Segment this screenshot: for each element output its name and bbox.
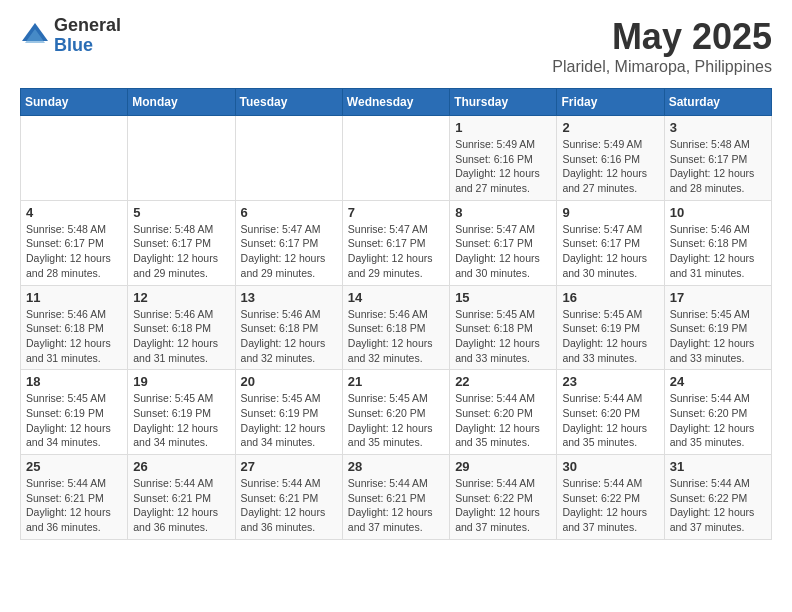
- calendar-cell: 23Sunrise: 5:44 AM Sunset: 6:20 PM Dayli…: [557, 370, 664, 455]
- day-number: 21: [348, 374, 444, 389]
- calendar-cell: 26Sunrise: 5:44 AM Sunset: 6:21 PM Dayli…: [128, 455, 235, 540]
- day-number: 4: [26, 205, 122, 220]
- calendar-cell: 17Sunrise: 5:45 AM Sunset: 6:19 PM Dayli…: [664, 285, 771, 370]
- calendar-cell: [21, 116, 128, 201]
- day-number: 15: [455, 290, 551, 305]
- day-number: 19: [133, 374, 229, 389]
- day-number: 11: [26, 290, 122, 305]
- weekday-header-wednesday: Wednesday: [342, 89, 449, 116]
- calendar-cell: 9Sunrise: 5:47 AM Sunset: 6:17 PM Daylig…: [557, 200, 664, 285]
- day-info: Sunrise: 5:45 AM Sunset: 6:19 PM Dayligh…: [562, 307, 658, 366]
- day-info: Sunrise: 5:45 AM Sunset: 6:18 PM Dayligh…: [455, 307, 551, 366]
- day-number: 20: [241, 374, 337, 389]
- calendar-week-2: 11Sunrise: 5:46 AM Sunset: 6:18 PM Dayli…: [21, 285, 772, 370]
- subtitle: Plaridel, Mimaropa, Philippines: [552, 58, 772, 76]
- day-info: Sunrise: 5:44 AM Sunset: 6:20 PM Dayligh…: [562, 391, 658, 450]
- day-number: 10: [670, 205, 766, 220]
- calendar-cell: 14Sunrise: 5:46 AM Sunset: 6:18 PM Dayli…: [342, 285, 449, 370]
- day-info: Sunrise: 5:44 AM Sunset: 6:21 PM Dayligh…: [241, 476, 337, 535]
- calendar-cell: 15Sunrise: 5:45 AM Sunset: 6:18 PM Dayli…: [450, 285, 557, 370]
- day-number: 13: [241, 290, 337, 305]
- day-info: Sunrise: 5:48 AM Sunset: 6:17 PM Dayligh…: [133, 222, 229, 281]
- day-number: 8: [455, 205, 551, 220]
- day-info: Sunrise: 5:46 AM Sunset: 6:18 PM Dayligh…: [670, 222, 766, 281]
- day-number: 29: [455, 459, 551, 474]
- logo-general-text: General: [54, 16, 121, 36]
- calendar-cell: 12Sunrise: 5:46 AM Sunset: 6:18 PM Dayli…: [128, 285, 235, 370]
- day-number: 30: [562, 459, 658, 474]
- day-info: Sunrise: 5:46 AM Sunset: 6:18 PM Dayligh…: [26, 307, 122, 366]
- day-info: Sunrise: 5:44 AM Sunset: 6:21 PM Dayligh…: [348, 476, 444, 535]
- day-number: 28: [348, 459, 444, 474]
- calendar-cell: [342, 116, 449, 201]
- weekday-header-saturday: Saturday: [664, 89, 771, 116]
- day-number: 3: [670, 120, 766, 135]
- calendar-cell: 18Sunrise: 5:45 AM Sunset: 6:19 PM Dayli…: [21, 370, 128, 455]
- day-info: Sunrise: 5:45 AM Sunset: 6:19 PM Dayligh…: [670, 307, 766, 366]
- day-info: Sunrise: 5:44 AM Sunset: 6:21 PM Dayligh…: [26, 476, 122, 535]
- day-info: Sunrise: 5:45 AM Sunset: 6:19 PM Dayligh…: [133, 391, 229, 450]
- calendar-table: SundayMondayTuesdayWednesdayThursdayFrid…: [20, 88, 772, 540]
- calendar-week-3: 18Sunrise: 5:45 AM Sunset: 6:19 PM Dayli…: [21, 370, 772, 455]
- calendar-cell: 30Sunrise: 5:44 AM Sunset: 6:22 PM Dayli…: [557, 455, 664, 540]
- logo-blue-text: Blue: [54, 36, 121, 56]
- calendar-cell: 21Sunrise: 5:45 AM Sunset: 6:20 PM Dayli…: [342, 370, 449, 455]
- calendar-body: 1Sunrise: 5:49 AM Sunset: 6:16 PM Daylig…: [21, 116, 772, 540]
- day-info: Sunrise: 5:45 AM Sunset: 6:19 PM Dayligh…: [26, 391, 122, 450]
- day-number: 7: [348, 205, 444, 220]
- calendar-cell: 20Sunrise: 5:45 AM Sunset: 6:19 PM Dayli…: [235, 370, 342, 455]
- calendar-cell: 1Sunrise: 5:49 AM Sunset: 6:16 PM Daylig…: [450, 116, 557, 201]
- day-info: Sunrise: 5:45 AM Sunset: 6:20 PM Dayligh…: [348, 391, 444, 450]
- calendar-week-0: 1Sunrise: 5:49 AM Sunset: 6:16 PM Daylig…: [21, 116, 772, 201]
- calendar-cell: 31Sunrise: 5:44 AM Sunset: 6:22 PM Dayli…: [664, 455, 771, 540]
- day-number: 16: [562, 290, 658, 305]
- day-number: 23: [562, 374, 658, 389]
- calendar-cell: 8Sunrise: 5:47 AM Sunset: 6:17 PM Daylig…: [450, 200, 557, 285]
- day-info: Sunrise: 5:44 AM Sunset: 6:22 PM Dayligh…: [670, 476, 766, 535]
- day-info: Sunrise: 5:48 AM Sunset: 6:17 PM Dayligh…: [26, 222, 122, 281]
- calendar-cell: 29Sunrise: 5:44 AM Sunset: 6:22 PM Dayli…: [450, 455, 557, 540]
- weekday-header-thursday: Thursday: [450, 89, 557, 116]
- calendar-cell: 22Sunrise: 5:44 AM Sunset: 6:20 PM Dayli…: [450, 370, 557, 455]
- day-number: 6: [241, 205, 337, 220]
- day-info: Sunrise: 5:44 AM Sunset: 6:22 PM Dayligh…: [562, 476, 658, 535]
- calendar-cell: 7Sunrise: 5:47 AM Sunset: 6:17 PM Daylig…: [342, 200, 449, 285]
- day-number: 14: [348, 290, 444, 305]
- calendar-cell: 5Sunrise: 5:48 AM Sunset: 6:17 PM Daylig…: [128, 200, 235, 285]
- weekday-row: SundayMondayTuesdayWednesdayThursdayFrid…: [21, 89, 772, 116]
- day-info: Sunrise: 5:47 AM Sunset: 6:17 PM Dayligh…: [241, 222, 337, 281]
- calendar-cell: 11Sunrise: 5:46 AM Sunset: 6:18 PM Dayli…: [21, 285, 128, 370]
- calendar-cell: 16Sunrise: 5:45 AM Sunset: 6:19 PM Dayli…: [557, 285, 664, 370]
- calendar-cell: 3Sunrise: 5:48 AM Sunset: 6:17 PM Daylig…: [664, 116, 771, 201]
- calendar-cell: 28Sunrise: 5:44 AM Sunset: 6:21 PM Dayli…: [342, 455, 449, 540]
- calendar-week-4: 25Sunrise: 5:44 AM Sunset: 6:21 PM Dayli…: [21, 455, 772, 540]
- day-info: Sunrise: 5:48 AM Sunset: 6:17 PM Dayligh…: [670, 137, 766, 196]
- day-number: 2: [562, 120, 658, 135]
- weekday-header-friday: Friday: [557, 89, 664, 116]
- calendar-cell: 10Sunrise: 5:46 AM Sunset: 6:18 PM Dayli…: [664, 200, 771, 285]
- calendar-cell: 4Sunrise: 5:48 AM Sunset: 6:17 PM Daylig…: [21, 200, 128, 285]
- day-number: 24: [670, 374, 766, 389]
- day-number: 22: [455, 374, 551, 389]
- day-number: 9: [562, 205, 658, 220]
- day-number: 26: [133, 459, 229, 474]
- day-number: 27: [241, 459, 337, 474]
- calendar-cell: 13Sunrise: 5:46 AM Sunset: 6:18 PM Dayli…: [235, 285, 342, 370]
- day-info: Sunrise: 5:44 AM Sunset: 6:20 PM Dayligh…: [670, 391, 766, 450]
- weekday-header-tuesday: Tuesday: [235, 89, 342, 116]
- calendar-cell: 6Sunrise: 5:47 AM Sunset: 6:17 PM Daylig…: [235, 200, 342, 285]
- day-info: Sunrise: 5:47 AM Sunset: 6:17 PM Dayligh…: [562, 222, 658, 281]
- day-info: Sunrise: 5:49 AM Sunset: 6:16 PM Dayligh…: [562, 137, 658, 196]
- day-info: Sunrise: 5:44 AM Sunset: 6:20 PM Dayligh…: [455, 391, 551, 450]
- day-info: Sunrise: 5:44 AM Sunset: 6:22 PM Dayligh…: [455, 476, 551, 535]
- day-number: 12: [133, 290, 229, 305]
- day-number: 18: [26, 374, 122, 389]
- calendar-cell: 24Sunrise: 5:44 AM Sunset: 6:20 PM Dayli…: [664, 370, 771, 455]
- calendar-cell: [235, 116, 342, 201]
- main-title: May 2025: [552, 16, 772, 58]
- calendar-cell: [128, 116, 235, 201]
- calendar-week-1: 4Sunrise: 5:48 AM Sunset: 6:17 PM Daylig…: [21, 200, 772, 285]
- day-info: Sunrise: 5:47 AM Sunset: 6:17 PM Dayligh…: [455, 222, 551, 281]
- day-number: 17: [670, 290, 766, 305]
- page: General Blue May 2025 Plaridel, Mimaropa…: [0, 0, 792, 556]
